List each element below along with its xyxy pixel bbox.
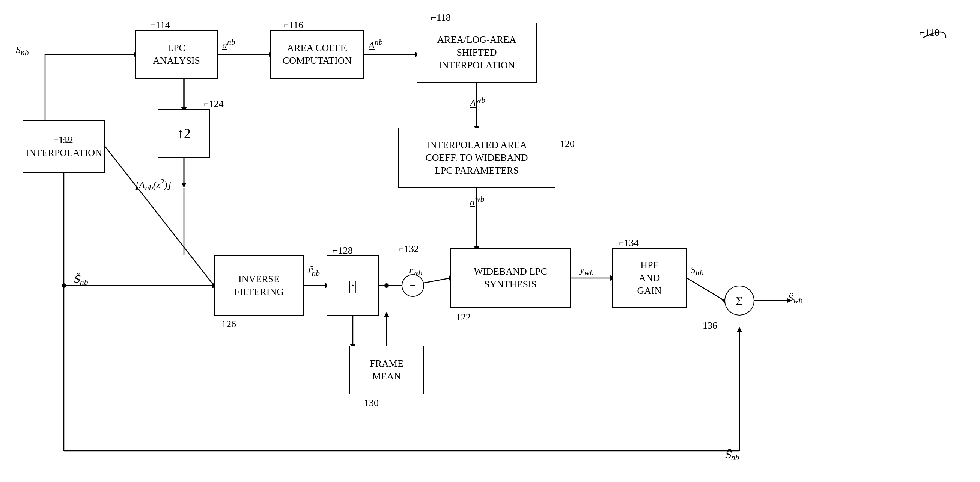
frame-mean-block: FRAMEMEAN [349, 346, 424, 394]
interp-area-coeff-block: INTERPOLATED AREACOEFF. TO WIDEBANDLPC P… [398, 128, 555, 188]
ref-112: ⌐112 [53, 134, 73, 146]
awb-label: awb [470, 195, 484, 208]
abs-label: |·| [348, 277, 357, 295]
hpf-gain-label: HPFANDGAIN [637, 259, 662, 297]
snb-input-label: Snb [16, 44, 29, 57]
shb-label: Shb [690, 265, 704, 278]
ref-130: 130 [364, 397, 379, 409]
lpc-analysis-label: LPCANALYSIS [153, 42, 200, 67]
svg-marker-37 [737, 327, 742, 332]
snb-tilde-bottom-label: S̃nb [724, 449, 739, 463]
snb-tilde-label: S̃nb [73, 273, 88, 287]
rnb-tilde-label: r̃nb [307, 265, 320, 278]
area-coeff-label: AREA COEFF.COMPUTATION [283, 42, 352, 67]
ref-120: 120 [560, 138, 574, 150]
rwb-label: rwb [409, 265, 422, 278]
sum-symbol: Σ [736, 294, 743, 308]
svg-marker-15 [181, 183, 186, 188]
ref-128: ⌐128 [332, 245, 353, 256]
interp-12-block: 1:2INTERPOLATION [22, 120, 105, 173]
area-log-area-block: AREA/LOG-AREASHIFTEDINTERPOLATION [417, 22, 537, 83]
ref-114: ⌐114 [150, 19, 170, 31]
ref-122: 122 [456, 312, 471, 323]
inverse-filtering-label: INVERSEFILTERING [234, 273, 284, 298]
inverse-filtering-block: INVERSEFILTERING [214, 255, 304, 316]
diagram: − Σ LPCANALYSIS AREA COEFF.COMPUTATION A… [0, 0, 980, 482]
ref-124: ⌐124 [204, 99, 224, 110]
swb-hat-label: Ŝwb [788, 292, 802, 305]
ywb-label: ywb [580, 265, 594, 278]
ref-110: ⌐110 [920, 27, 939, 38]
interp-area-coeff-label: INTERPOLATED AREACOEFF. TO WIDEBANDLPC P… [425, 139, 528, 177]
svg-marker-25 [384, 312, 389, 317]
ref-132: ⌐132 [399, 243, 419, 255]
anb-label: anb [222, 38, 235, 51]
hpf-gain-block: HPFANDGAIN [612, 248, 687, 308]
wb-lpc-label: WIDEBAND LPCSYNTHESIS [474, 265, 547, 291]
svg-line-30 [687, 278, 724, 300]
svg-point-44 [384, 283, 389, 288]
lpc-analysis-block: LPCANALYSIS [135, 30, 218, 79]
ref-118: ⌐118 [431, 12, 451, 23]
ref-126: 126 [221, 319, 236, 330]
upsample-block: ↑2 [158, 109, 210, 158]
area-coeff-block: AREA COEFF.COMPUTATION [270, 30, 364, 79]
ref-116: ⌐116 [283, 19, 303, 31]
svg-line-17 [105, 147, 214, 286]
ref-136: 136 [703, 320, 717, 331]
svg-point-43 [62, 283, 66, 288]
Awb-label: Awb [470, 96, 485, 109]
abs-block: |·| [326, 255, 379, 316]
frame-mean-label: FRAMEMEAN [370, 357, 404, 383]
upsample-label: ↑2 [177, 125, 191, 142]
wb-lpc-block: WIDEBAND LPCSYNTHESIS [450, 248, 571, 308]
area-log-area-label: AREA/LOG-AREASHIFTEDINTERPOLATION [437, 34, 517, 71]
ref-134: ⌐134 [619, 238, 639, 249]
Anb-label: Anb [369, 38, 383, 51]
anbz2-label: [Anb(z2)] [135, 177, 171, 193]
sum-circle: Σ [724, 286, 754, 316]
